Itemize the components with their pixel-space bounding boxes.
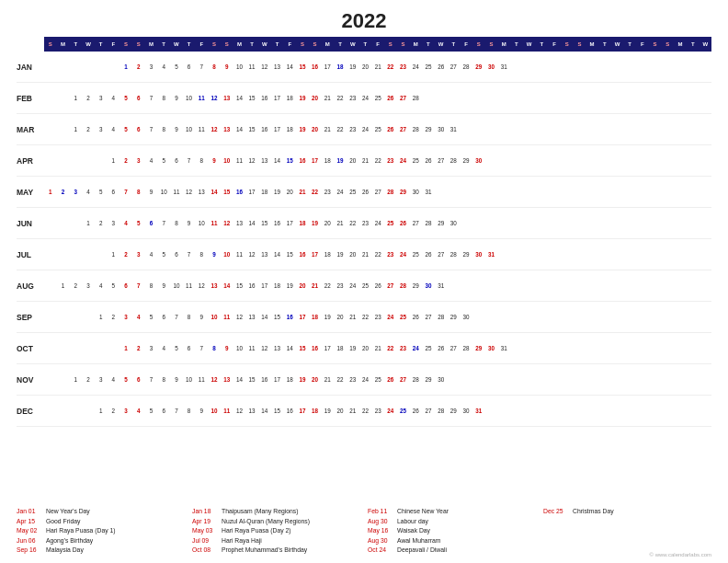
month-row-feb: FEB1234567891011121314151617181920212223… bbox=[17, 83, 711, 114]
footer-date: May 03 bbox=[192, 526, 218, 536]
day-cell-sep-16: 13 bbox=[245, 314, 258, 320]
month-row-dec: DEC1234567891011121314151617181920212223… bbox=[17, 396, 711, 427]
day-cell-nov-7: 6 bbox=[132, 376, 145, 383]
header-dow-49: S bbox=[661, 37, 674, 52]
day-cell-aug-22: 22 bbox=[321, 282, 334, 289]
day-cell-mar-24: 23 bbox=[347, 126, 359, 132]
calendar-grid: SMTWTFSSMTWTFSSMTWTFSSMTWTFSSMTWTFSSMTWT… bbox=[17, 37, 711, 503]
day-cell-sep-8: 5 bbox=[145, 314, 158, 320]
day-cell-feb-16: 15 bbox=[245, 95, 258, 101]
day-cell-dec-34: 31 bbox=[472, 408, 485, 414]
day-cell-apr-26: 22 bbox=[371, 157, 384, 164]
day-cell-may-22: 23 bbox=[321, 189, 334, 195]
footer-date: Oct 08 bbox=[192, 546, 218, 556]
day-cell-jun-19: 17 bbox=[283, 220, 296, 226]
day-cell-dec-17: 14 bbox=[258, 408, 271, 414]
day-cell-apr-24: 20 bbox=[347, 157, 359, 164]
day-cell-jun-25: 23 bbox=[359, 220, 372, 226]
day-cell-dec-7: 4 bbox=[132, 408, 145, 414]
day-cell-aug-19: 19 bbox=[283, 282, 296, 289]
day-cell-jun-5: 3 bbox=[108, 220, 120, 226]
footer-entry-2-3: Aug 30Awal Muharram bbox=[368, 536, 536, 546]
day-cell-feb-13: 12 bbox=[208, 95, 221, 101]
day-cell-apr-29: 25 bbox=[409, 157, 422, 164]
header-dow-39: T bbox=[535, 37, 548, 52]
month-row-may: MAY1234567891011121314151617181920212223… bbox=[17, 177, 711, 208]
day-cell-may-14: 15 bbox=[221, 189, 233, 195]
day-cell-nov-14: 13 bbox=[221, 376, 233, 383]
day-cell-jul-20: 16 bbox=[296, 251, 309, 258]
header-dow-34: S bbox=[472, 37, 485, 52]
month-label-apr: APR bbox=[17, 156, 44, 166]
day-cell-nov-11: 10 bbox=[183, 376, 196, 383]
footer-date: Sep 16 bbox=[17, 546, 42, 556]
day-cell-sep-23: 20 bbox=[334, 314, 347, 320]
day-cell-dec-6: 3 bbox=[119, 408, 132, 414]
day-cell-jan-21: 16 bbox=[309, 63, 322, 70]
day-cell-apr-6: 2 bbox=[119, 157, 132, 164]
day-cell-aug-1: 1 bbox=[57, 282, 70, 289]
day-cell-feb-3: 2 bbox=[82, 95, 95, 101]
month-days-jul: 1234567891011121314151617181920212223242… bbox=[44, 251, 711, 258]
footer-event: Hari Raya Puasa (Day 2) bbox=[222, 526, 291, 536]
footer-entry-0-3: Jun 06Agong's Birthday bbox=[17, 536, 185, 546]
month-days-sep: 1234567891011121314151617181920212223242… bbox=[44, 314, 711, 320]
day-cell-sep-22: 19 bbox=[321, 314, 334, 320]
day-cell-jul-32: 28 bbox=[448, 251, 461, 258]
day-cell-oct-7: 2 bbox=[132, 345, 145, 351]
day-cell-dec-12: 9 bbox=[195, 408, 208, 414]
month-days-aug: 1234567891011121314151617181920212223242… bbox=[44, 282, 711, 289]
header-dow-32: T bbox=[448, 37, 461, 52]
day-cell-oct-23: 18 bbox=[334, 345, 347, 351]
day-cell-jun-21: 19 bbox=[309, 220, 322, 226]
day-cell-jun-32: 30 bbox=[448, 220, 461, 226]
day-cell-dec-26: 23 bbox=[371, 408, 384, 414]
month-row-aug: AUG1234567891011121314151617181920212223… bbox=[17, 270, 711, 302]
month-label-oct: OCT bbox=[17, 344, 44, 353]
footer-event: Chinese New Year bbox=[397, 507, 449, 517]
header-dow-16: T bbox=[245, 37, 258, 52]
month-days-mar: 1234567891011121314151617181920212223242… bbox=[44, 126, 711, 132]
day-cell-apr-12: 8 bbox=[195, 157, 208, 164]
day-cell-sep-18: 15 bbox=[271, 314, 284, 320]
month-row-jun: JUN1234567891011121314151617181920212223… bbox=[17, 208, 711, 239]
header-dow-37: T bbox=[510, 37, 523, 52]
footer-event: Prophet Muhammad's Birthday bbox=[222, 546, 307, 556]
day-cell-oct-22: 17 bbox=[321, 345, 334, 351]
day-cell-jan-20: 15 bbox=[296, 63, 309, 70]
day-cell-sep-21: 18 bbox=[309, 314, 322, 320]
day-cell-feb-28: 27 bbox=[397, 95, 410, 101]
day-cell-aug-6: 6 bbox=[119, 282, 132, 289]
day-cell-jul-7: 3 bbox=[132, 251, 145, 258]
footer-date: Jul 09 bbox=[192, 536, 218, 546]
day-cell-nov-9: 8 bbox=[157, 376, 170, 383]
header-dow-40: F bbox=[548, 37, 561, 52]
day-cell-may-12: 13 bbox=[195, 189, 208, 195]
day-cell-oct-30: 25 bbox=[422, 345, 435, 351]
header-dow-28: S bbox=[397, 37, 410, 52]
day-cell-oct-14: 9 bbox=[221, 345, 233, 351]
header-dow-47: F bbox=[636, 37, 649, 52]
day-cell-jan-26: 21 bbox=[371, 63, 384, 70]
footer-entry-1-3: Jul 09Hari Raya Haji bbox=[192, 536, 360, 546]
day-cell-mar-21: 20 bbox=[309, 126, 322, 132]
day-cell-aug-17: 17 bbox=[258, 282, 271, 289]
footer-event: Hari Raya Haji bbox=[222, 536, 262, 546]
day-cell-sep-33: 30 bbox=[460, 314, 472, 320]
day-cell-apr-20: 16 bbox=[296, 157, 309, 164]
header-dow-52: W bbox=[700, 37, 712, 52]
day-cell-oct-33: 28 bbox=[460, 345, 472, 351]
day-cell-apr-33: 29 bbox=[460, 157, 472, 164]
day-cell-oct-26: 21 bbox=[371, 345, 384, 351]
day-cell-may-9: 10 bbox=[157, 189, 170, 195]
day-cell-mar-20: 19 bbox=[296, 126, 309, 132]
day-cell-aug-30: 30 bbox=[422, 282, 435, 289]
header-dow-23: T bbox=[334, 37, 347, 52]
day-cell-jun-16: 14 bbox=[245, 220, 258, 226]
day-cell-apr-13: 9 bbox=[208, 157, 221, 164]
header-dow-17: W bbox=[258, 37, 271, 52]
day-cell-dec-9: 6 bbox=[157, 408, 170, 414]
day-cell-jul-25: 21 bbox=[359, 251, 372, 258]
day-cell-may-8: 9 bbox=[145, 189, 158, 195]
day-cell-dec-32: 29 bbox=[448, 408, 461, 414]
